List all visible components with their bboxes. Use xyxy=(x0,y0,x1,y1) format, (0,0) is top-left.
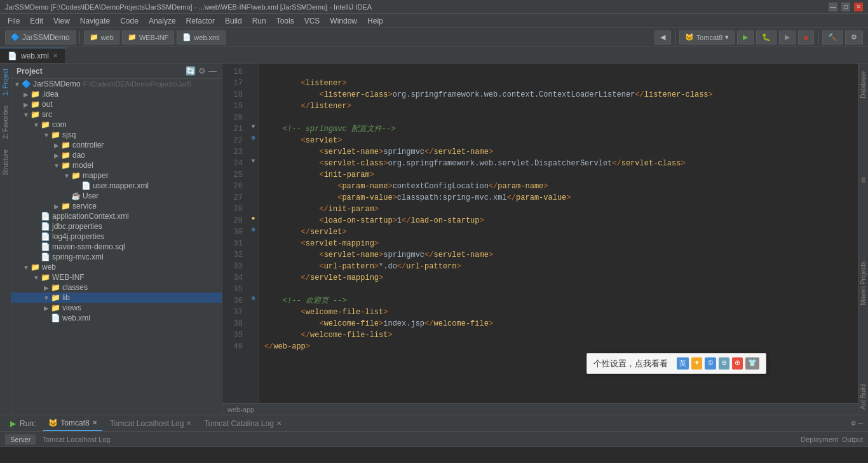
tab-webxml[interactable]: 📄 web.xml ✕ xyxy=(0,48,66,63)
run-config-button[interactable]: 🐱 Tomcat8 ▾ xyxy=(679,31,735,45)
tree-item-jdbc[interactable]: 📄 jdbc.properties xyxy=(11,221,222,232)
tree-item-src[interactable]: ▼ 📁 src xyxy=(11,109,222,120)
close-localhost-tab[interactable]: ✕ xyxy=(186,420,191,427)
props-file-icon: 📄 xyxy=(41,222,50,231)
bottom-settings-icon[interactable]: ⚙ xyxy=(851,418,856,428)
tooltip-btn-3[interactable]: ① xyxy=(705,357,716,370)
tooltip-btn-6[interactable]: 👕 xyxy=(745,357,759,370)
menu-help[interactable]: Help xyxy=(362,15,388,27)
output-label[interactable]: Output xyxy=(842,436,863,443)
close-tab-icon[interactable]: ✕ xyxy=(53,52,58,59)
tree-item-sjsq[interactable]: ▼ 📁 sjsq xyxy=(11,130,222,140)
menu-build[interactable]: Build xyxy=(220,15,247,27)
left-tab-project[interactable]: 1: Project xyxy=(1,64,10,100)
menu-code[interactable]: Code xyxy=(115,15,144,27)
subtab-server[interactable]: Server xyxy=(5,434,36,445)
webinf-button[interactable]: 📁 WEB-INF xyxy=(122,31,174,45)
back-button[interactable]: ◀ xyxy=(654,31,671,45)
code-content[interactable]: <listener> <listener-class>org.springfra… xyxy=(259,64,858,403)
run-button[interactable]: ▶ xyxy=(737,31,754,45)
bottom-tab-tomcat8[interactable]: 🐱 Tomcat8 ✕ xyxy=(43,416,102,431)
close-button[interactable]: ✕ xyxy=(854,3,863,11)
tooltip-btn-1[interactable]: 英 xyxy=(677,357,689,370)
tree-item-sql[interactable]: 📄 maven-ssm-demo.sql xyxy=(11,242,222,252)
bottom-tab-run-label: ▶ Run: xyxy=(5,416,41,431)
left-tab-favorites[interactable]: 2: Favorites xyxy=(1,100,10,144)
settings-toolbar-button[interactable]: ⚙ xyxy=(845,31,863,45)
tree-label: log4j.properties xyxy=(52,232,104,241)
menu-view[interactable]: View xyxy=(48,15,75,27)
tree-item-out[interactable]: ▶ 📁 out xyxy=(11,99,222,109)
subtab-localhost[interactable]: Tomcat Localhost Log xyxy=(37,434,115,445)
project-button[interactable]: 🔷 JarSSMDemo xyxy=(5,31,76,45)
tree-item-springmvc[interactable]: 📄 spring-mvc.xml xyxy=(11,252,222,262)
webxml-tab-label: web.xml xyxy=(21,52,49,60)
folder-icon: 📁 xyxy=(41,273,50,282)
tooltip-btn-5[interactable]: ⊕ xyxy=(732,357,743,370)
menu-navigate[interactable]: Navigate xyxy=(75,15,115,27)
tree-item-views[interactable]: ▶ 📁 views xyxy=(11,303,222,313)
minimize-button[interactable]: — xyxy=(829,3,837,11)
bottom-tab-localhost[interactable]: Tomcat Localhost Log ✕ xyxy=(105,416,197,431)
sidebar-settings-icon[interactable]: ⚙ xyxy=(198,66,206,76)
tooltip-btn-4[interactable]: ⊕ xyxy=(719,357,729,370)
line-numbers: 16 17 18 19 20 21 22 23 24 25 26 27 28 2… xyxy=(222,64,248,403)
menu-tools[interactable]: Tools xyxy=(271,15,299,27)
menu-analyze[interactable]: Analyze xyxy=(144,15,181,27)
tree-item-webinf[interactable]: ▼ 📁 WEB-INF xyxy=(11,272,222,282)
tooltip-btn-2[interactable]: ✦ xyxy=(691,357,702,370)
menu-edit[interactable]: Edit xyxy=(25,15,48,27)
tree-item-project[interactable]: ▼ 🔷 JarSSMDemo F:\Codes\IDEA\DemoProject… xyxy=(11,79,222,89)
tree-item-classes[interactable]: ▶ 📁 classes xyxy=(11,282,222,293)
debug-button[interactable]: 🐛 xyxy=(756,31,776,45)
tree-item-dao[interactable]: ▶ 📁 dao xyxy=(11,150,222,160)
tree-item-usermapper[interactable]: 📄 user.mapper.xml xyxy=(11,181,222,191)
close-tomcat-tab[interactable]: ✕ xyxy=(92,419,97,426)
folder-icon: 📁 xyxy=(61,141,71,149)
maximize-button[interactable]: □ xyxy=(841,3,850,11)
sidebar-minimize-icon[interactable]: — xyxy=(208,66,217,76)
right-tab-ant[interactable]: Ant Build xyxy=(858,379,868,415)
tree-item-controller[interactable]: ▶ 📁 controller xyxy=(11,140,222,150)
tree-item-webxml[interactable]: 📄 web.xml xyxy=(11,313,222,323)
right-tab-database[interactable]: Database xyxy=(858,66,868,104)
bottom-tab-catalina[interactable]: Tomcat Catalina Log ✕ xyxy=(199,416,286,431)
left-tab-structure[interactable]: Structure xyxy=(1,144,10,181)
bottom-panel: ▶ Run: 🐱 Tomcat8 ✕ Tomcat Localhost Log … xyxy=(0,415,868,463)
menu-window[interactable]: Window xyxy=(325,15,362,27)
folder-icon: 📁 xyxy=(51,303,60,312)
tree-item-service[interactable]: ▶ 📁 service xyxy=(11,201,222,211)
bottom-minimize-icon[interactable]: — xyxy=(858,419,863,428)
web-button[interactable]: 📁 web xyxy=(84,31,119,45)
menu-bar: File Edit View Navigate Code Analyze Ref… xyxy=(0,14,868,28)
menu-run[interactable]: Run xyxy=(247,15,271,27)
breadcrumb-text: web-app xyxy=(227,406,254,413)
tree-item-log4j[interactable]: 📄 log4j.properties xyxy=(11,232,222,242)
menu-refactor[interactable]: Refactor xyxy=(181,15,220,27)
close-catalina-tab[interactable]: ✕ xyxy=(276,420,281,427)
right-tab-maven[interactable]: Maven Projects xyxy=(858,256,868,310)
deployment-label[interactable]: Deployment xyxy=(801,436,838,443)
tree-item-lib[interactable]: ▼ 📁 lib xyxy=(11,293,222,303)
webxml-button[interactable]: 📄 web.xml xyxy=(177,31,225,45)
arrow-icon: ▼ xyxy=(62,172,71,179)
tree-item-mapper[interactable]: ▼ 📁 mapper xyxy=(11,170,222,181)
build-button[interactable]: 🔨 xyxy=(822,31,843,45)
sync-icon[interactable]: 🔄 xyxy=(186,66,196,76)
tree-item-com[interactable]: ▼ 📁 com xyxy=(11,120,222,130)
stop-button[interactable]: ■ xyxy=(798,31,814,45)
tree-item-appcontext[interactable]: 📄 applicationContext.xml xyxy=(11,211,222,221)
tree-item-user[interactable]: ☕ User xyxy=(11,191,222,201)
tree-label: spring-mvc.xml xyxy=(52,252,104,261)
right-tab-m[interactable]: m xyxy=(858,172,868,188)
tree-item-web[interactable]: ▼ 📁 web xyxy=(11,262,222,272)
arrow-icon: ▶ xyxy=(42,284,51,291)
menu-vcs[interactable]: VCS xyxy=(299,15,325,27)
coverage-button[interactable]: ▶ xyxy=(779,31,796,45)
arrow-icon: ▼ xyxy=(42,294,51,301)
tree-item-idea[interactable]: ▶ 📁 .idea xyxy=(11,89,222,99)
arrow-icon: ▶ xyxy=(22,91,31,98)
tooltip-overlay[interactable]: 个性设置，点我看看 英 ✦ ① ⊕ ⊕ 👕 xyxy=(587,353,766,374)
menu-file[interactable]: File xyxy=(3,15,25,27)
tree-item-model[interactable]: ▼ 📁 model xyxy=(11,160,222,170)
